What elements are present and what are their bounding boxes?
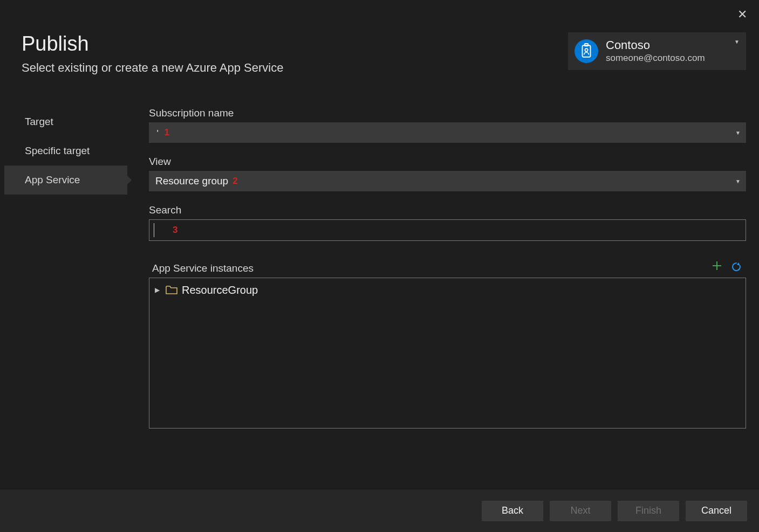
refresh-button[interactable]	[731, 261, 742, 272]
step-label: App Service	[25, 174, 80, 186]
search-label: Search	[149, 204, 746, 216]
button-label: Cancel	[701, 505, 731, 516]
chevron-down-icon: ▼	[734, 39, 740, 45]
search-group: Search 3	[149, 204, 746, 241]
wizard-steps: Target Specific target App Service	[0, 107, 127, 473]
instances-label: App Service instances	[149, 262, 254, 274]
publish-dialog: ✕ Contoso someone@contoso.com ▼ Publish …	[0, 0, 759, 532]
view-dropdown[interactable]: Resource group 2 ▼	[149, 171, 746, 191]
tree-item-label: ResourceGroup	[182, 284, 258, 296]
svg-point-2	[585, 49, 587, 51]
finish-button[interactable]: Finish	[618, 501, 679, 521]
next-button[interactable]: Next	[550, 501, 611, 521]
add-instance-button[interactable]	[712, 259, 722, 274]
search-box[interactable]: 3	[149, 219, 746, 241]
back-button[interactable]: Back	[482, 501, 543, 521]
cancel-button[interactable]: Cancel	[686, 501, 747, 521]
step-app-service[interactable]: App Service	[4, 165, 127, 195]
dialog-body: Target Specific target App Service Subsc…	[0, 86, 759, 473]
account-name: Contoso	[606, 39, 734, 52]
step-label: Target	[25, 116, 53, 128]
view-group: View Resource group 2 ▼	[149, 156, 746, 191]
account-info: Contoso someone@contoso.com	[606, 39, 734, 64]
account-badge-icon	[575, 39, 598, 63]
marker-1: 1	[164, 127, 169, 138]
marker-2: 2	[233, 176, 237, 186]
account-email: someone@contoso.com	[606, 53, 734, 64]
view-label: View	[149, 156, 746, 168]
subscription-value: '	[155, 128, 160, 137]
instances-actions	[712, 259, 746, 274]
plus-icon	[712, 260, 722, 271]
instances-tree[interactable]: ▶ ResourceGroup	[149, 278, 746, 429]
folder-icon	[166, 285, 177, 295]
button-label: Finish	[635, 505, 661, 516]
subscription-label: Subscription name	[149, 107, 746, 119]
button-label: Next	[570, 505, 590, 516]
button-label: Back	[502, 505, 523, 516]
svg-rect-1	[585, 44, 588, 46]
dialog-footer: Back Next Finish Cancel	[0, 489, 759, 532]
instances-section: App Service instances	[149, 259, 746, 429]
subscription-group: Subscription name ' 1 ▼	[149, 107, 746, 143]
close-icon: ✕	[737, 8, 747, 21]
chevron-down-icon: ▼	[735, 178, 741, 184]
chevron-down-icon: ▼	[735, 130, 741, 136]
expand-arrow-icon[interactable]: ▶	[155, 286, 161, 294]
step-target[interactable]: Target	[4, 107, 127, 136]
instances-header: App Service instances	[149, 259, 746, 274]
close-button[interactable]: ✕	[737, 9, 747, 20]
main-panel: Subscription name ' 1 ▼ View Resource gr…	[127, 107, 746, 473]
step-label: Specific target	[25, 145, 90, 157]
view-value: Resource group	[155, 175, 228, 187]
subscription-dropdown[interactable]: ' 1 ▼	[149, 122, 746, 143]
account-picker[interactable]: Contoso someone@contoso.com ▼	[568, 32, 746, 70]
refresh-icon	[731, 261, 742, 272]
tree-item-resourcegroup[interactable]: ▶ ResourceGroup	[155, 281, 740, 299]
step-specific-target[interactable]: Specific target	[4, 136, 127, 165]
